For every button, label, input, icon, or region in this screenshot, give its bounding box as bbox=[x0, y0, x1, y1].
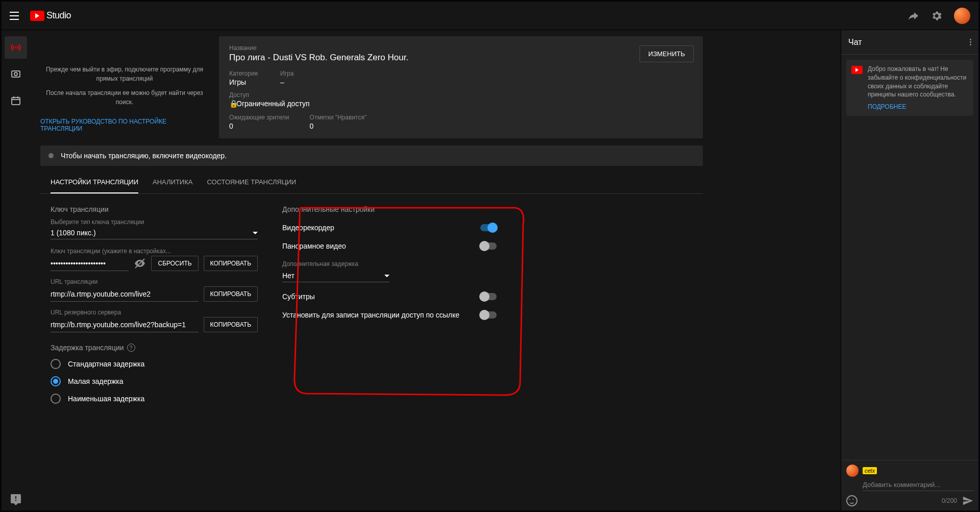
subs-label: Субтитры bbox=[282, 292, 315, 301]
main-content: Прежде чем выйти в эфир, подключите прог… bbox=[30, 30, 841, 510]
lock-icon: 🔒 bbox=[229, 100, 234, 108]
preview-hint-2: После начала трансляции ее можно будет н… bbox=[40, 88, 209, 107]
copy-backup-button[interactable]: КОПИРОВАТЬ bbox=[204, 317, 258, 332]
delay-low-radio[interactable]: Малая задержка bbox=[51, 376, 258, 386]
extra-title: Дополнительные настройки bbox=[282, 205, 497, 213]
status-bar: Чтобы начать трансляцию, включите видеок… bbox=[40, 145, 703, 166]
chat-char-count: 0/200 bbox=[942, 497, 957, 504]
stream-key-input[interactable] bbox=[51, 256, 129, 271]
access-value: 🔒Ограниченный доступ bbox=[229, 100, 310, 108]
user-avatar[interactable] bbox=[954, 8, 970, 24]
svg-point-1 bbox=[14, 72, 17, 76]
rail-calendar-icon[interactable] bbox=[5, 89, 27, 112]
menu-button[interactable] bbox=[10, 10, 22, 22]
stream-key-title: Ключ трансляции bbox=[51, 205, 258, 213]
share-icon[interactable] bbox=[907, 10, 919, 22]
waiting-value: 0 bbox=[229, 122, 289, 130]
extra-delay-hint: Дополнительная задержка bbox=[282, 260, 497, 267]
setup-guide-link[interactable]: ОТКРЫТЬ РУКОВОДСТВО ПО НАСТРОЙКЕ ТРАНСЛЯ… bbox=[40, 118, 209, 132]
topbar: Studio bbox=[2, 2, 978, 30]
unlisted-label: Установить для записи трансляции доступ … bbox=[282, 311, 459, 319]
waiting-label: Ожидающие зрители bbox=[229, 114, 289, 121]
likes-value: 0 bbox=[310, 122, 367, 130]
unlisted-toggle[interactable] bbox=[480, 311, 497, 319]
delay-normal-label: Стандартная задержка bbox=[68, 360, 144, 368]
left-rail bbox=[2, 30, 30, 510]
preview-hint-1: Прежде чем выйти в эфир, подключите прог… bbox=[40, 65, 209, 83]
delay-title: Задержка трансляции ? bbox=[51, 344, 258, 352]
delay-ultra-low-radio[interactable]: Наименьшая задержка bbox=[51, 394, 258, 404]
game-value: – bbox=[280, 78, 311, 86]
extra-delay-value: Нет bbox=[282, 272, 295, 280]
delay-normal-radio[interactable]: Стандартная задержка bbox=[51, 359, 258, 369]
dvr-label: Видеорекордер bbox=[282, 224, 334, 232]
subs-toggle[interactable] bbox=[480, 293, 497, 300]
settings-gear-icon[interactable] bbox=[930, 10, 943, 22]
backup-url-hint: URL резервного сервера bbox=[51, 309, 258, 316]
chat-username-badge: cetx bbox=[863, 467, 877, 474]
emoji-button[interactable] bbox=[846, 495, 857, 506]
chevron-down-icon bbox=[384, 275, 389, 277]
youtube-play-icon bbox=[30, 11, 44, 21]
rail-stream-icon[interactable] bbox=[5, 36, 27, 59]
help-icon[interactable]: ? bbox=[127, 344, 135, 352]
preview-area: Прежде чем выйти в эфир, подключите прог… bbox=[40, 36, 209, 138]
logo-text: Studio bbox=[46, 10, 71, 21]
rail-webcam-icon[interactable] bbox=[5, 63, 27, 85]
tab-stream-health[interactable]: СОСТОЯНИЕ ТРАНСЛЯЦИИ bbox=[207, 171, 296, 193]
edit-button[interactable]: ИЗМЕНИТЬ bbox=[640, 45, 694, 62]
pano-label: Панорамное видео bbox=[282, 242, 346, 250]
chat-more-button[interactable] bbox=[970, 39, 971, 45]
key-type-value: 1 (1080 пикс.) bbox=[51, 229, 96, 237]
copy-url-button[interactable]: КОПИРОВАТЬ bbox=[204, 286, 258, 302]
send-icon[interactable] bbox=[962, 495, 973, 506]
tabs: НАСТРОЙКИ ТРАНСЛЯЦИИ АНАЛИТИКА СОСТОЯНИЕ… bbox=[40, 171, 703, 194]
youtube-studio-logo[interactable]: Studio bbox=[30, 10, 71, 21]
delay-ultra-low-label: Наименьшая задержка bbox=[68, 395, 144, 403]
extra-delay-select[interactable]: Нет bbox=[282, 270, 389, 282]
eye-off-icon[interactable] bbox=[134, 257, 146, 270]
stream-info-card: Название Про лига - Dusti VS Rob. Genera… bbox=[219, 36, 703, 138]
status-dot-icon bbox=[48, 153, 54, 158]
pano-toggle[interactable] bbox=[480, 242, 497, 250]
category-label: Категория bbox=[229, 70, 260, 77]
stream-url-hint: URL трансляции bbox=[51, 278, 258, 285]
extra-settings-column: Дополнительные настройки Видеорекордер П… bbox=[282, 205, 497, 404]
game-label: Игра bbox=[280, 70, 311, 77]
tab-stream-settings[interactable]: НАСТРОЙКИ ТРАНСЛЯЦИИ bbox=[51, 171, 138, 193]
key-type-hint: Выберите тип ключа трансляции bbox=[51, 218, 258, 226]
chat-welcome-text: Добро пожаловать в чат! Не забывайте о к… bbox=[868, 65, 968, 99]
rail-feedback-icon[interactable] bbox=[5, 488, 27, 510]
delay-low-label: Малая задержка bbox=[68, 377, 124, 385]
status-text: Чтобы начать трансляцию, включите видеок… bbox=[61, 152, 227, 160]
chevron-down-icon bbox=[253, 232, 258, 234]
stream-key-column: Ключ трансляции Выберите тип ключа транс… bbox=[51, 205, 258, 404]
tab-analytics[interactable]: АНАЛИТИКА bbox=[153, 171, 192, 193]
chat-learn-more-link[interactable]: ПОДРОБНЕЕ bbox=[868, 103, 906, 110]
backup-url-input[interactable] bbox=[51, 318, 199, 332]
title-label: Название bbox=[229, 44, 693, 52]
copy-key-button[interactable]: КОПИРОВАТЬ bbox=[204, 256, 258, 271]
likes-label: Отметки "Нравится" bbox=[310, 114, 367, 121]
svg-rect-2 bbox=[12, 97, 20, 105]
key-type-select[interactable]: 1 (1080 пикс.) bbox=[51, 227, 258, 239]
key-input-hint: Ключ трансляции (укажите в настройках... bbox=[51, 248, 258, 255]
youtube-icon bbox=[851, 66, 863, 74]
svg-rect-0 bbox=[12, 71, 20, 77]
dvr-toggle[interactable] bbox=[480, 224, 497, 231]
chat-welcome-message: Добро пожаловать в чат! Не забывайте о к… bbox=[846, 60, 973, 116]
chat-user-avatar bbox=[846, 465, 859, 477]
access-label: Доступ bbox=[229, 91, 310, 99]
chat-input[interactable] bbox=[863, 479, 973, 491]
chat-title: Чат bbox=[848, 38, 862, 47]
category-value: Игры bbox=[229, 78, 260, 86]
stream-url-input[interactable] bbox=[51, 287, 199, 302]
chat-panel: Чат Добро пожаловать в чат! Не забывайте… bbox=[841, 30, 978, 510]
reset-button[interactable]: СБРОСИТЬ bbox=[151, 256, 198, 271]
stream-title: Про лига - Dusti VS Rob. Generals Zero H… bbox=[229, 53, 693, 63]
